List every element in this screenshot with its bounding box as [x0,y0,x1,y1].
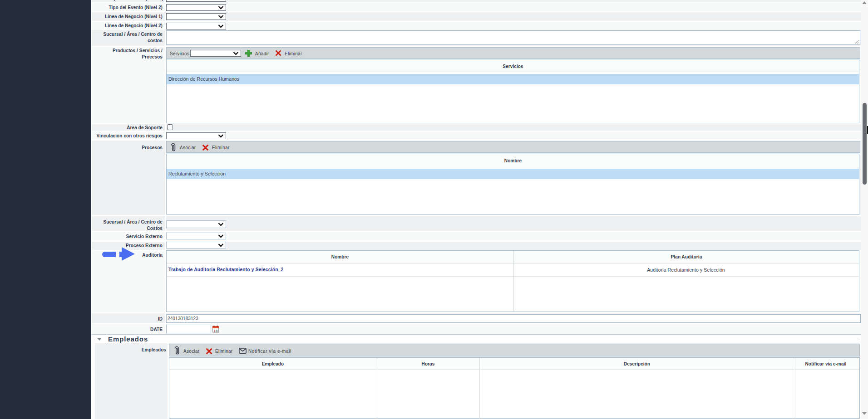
svg-text:15: 15 [214,329,218,333]
